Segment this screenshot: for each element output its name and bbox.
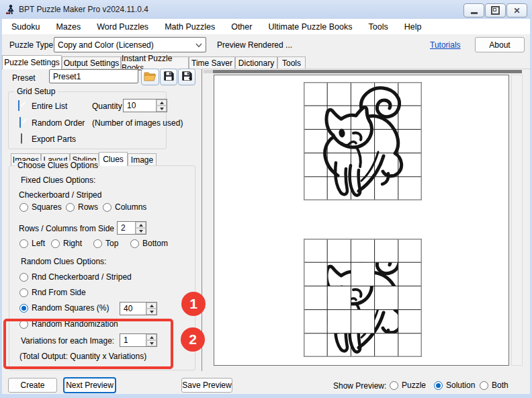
rows-label: Rows (78, 202, 98, 212)
menu-tools[interactable]: Tools (368, 22, 388, 32)
quantity-up-button[interactable] (157, 100, 167, 106)
open-preset-button[interactable] (141, 69, 159, 85)
rows-from-side-stepper[interactable]: 2 (117, 221, 146, 235)
save-preset-button[interactable] (160, 69, 177, 85)
random-order-checkbox[interactable] (19, 117, 21, 128)
menu-other[interactable]: Other (231, 22, 252, 32)
preview-scrollbar-left-cap[interactable] (204, 70, 213, 73)
random-squares-radio-circle[interactable] (19, 304, 28, 313)
radio-columns[interactable]: Columns (103, 202, 146, 212)
save-preview-button[interactable]: Save Preview (181, 378, 232, 393)
menu-math-puzzles[interactable]: Math Puzzles (165, 22, 215, 32)
menu-help[interactable]: Help (404, 22, 422, 32)
random-squares-down-button[interactable] (146, 309, 157, 315)
radio-top[interactable]: Top (93, 239, 118, 248)
show-preview-label: Show Preview: (333, 381, 386, 391)
radio-rnd-checkerboard[interactable]: Rnd Checkerboard / Striped (19, 272, 132, 282)
bottom-radio-circle[interactable] (130, 239, 139, 248)
preset-input[interactable] (49, 69, 138, 83)
preset-label: Preset (12, 73, 36, 83)
tab-dictionary[interactable]: Dictionary (235, 56, 277, 69)
next-preview-button[interactable]: Next Preview (63, 377, 116, 393)
right-radio-circle[interactable] (51, 239, 60, 248)
menu-ultimate-puzzle-books[interactable]: Ultimate Puzzle Books (268, 22, 352, 32)
annotation-step-2: 2 (181, 327, 205, 352)
radio-random-randomization[interactable]: Random Randomization (19, 319, 118, 329)
title-bar: BPT Puzzle Maker Pro v2024.11.0.4 ✕ (0, 0, 532, 19)
tab-time-saver[interactable]: Time Saver (189, 56, 235, 69)
show-puzzle-label: Puzzle (402, 381, 426, 390)
menu-word-puzzles[interactable]: Word Puzzles (97, 22, 148, 32)
quantity-value: 10 (124, 100, 156, 112)
show-both-label: Both (492, 381, 508, 390)
fixed-clues-header: Fixed Clues Options: (21, 175, 95, 185)
squares-radio-circle[interactable] (19, 203, 28, 212)
variations-stepper[interactable]: 1 (120, 333, 157, 347)
show-solution-radio-circle[interactable] (434, 381, 443, 390)
radio-rnd-from-side[interactable]: Rnd From Side (19, 288, 86, 297)
variations-down-button[interactable] (146, 340, 157, 346)
side-up-button[interactable] (136, 222, 146, 228)
minimize-button[interactable] (463, 3, 484, 17)
random-squares-stepper[interactable]: 40 (120, 302, 157, 315)
app-window: BPT Puzzle Maker Pro v2024.11.0.4 ✕ Sudo… (0, 0, 532, 398)
side-down-button[interactable] (136, 228, 146, 234)
bottom-label: Bottom (142, 239, 168, 248)
squares-label: Squares (32, 202, 62, 212)
show-puzzle-radio-circle[interactable] (390, 381, 398, 390)
about-button[interactable]: About (475, 37, 525, 52)
random-squares-up-button[interactable] (146, 303, 157, 309)
export-parts-checkbox[interactable] (21, 133, 22, 144)
radio-left[interactable]: Left (19, 239, 45, 248)
columns-radio-circle[interactable] (103, 203, 112, 212)
show-solution-label: Solution (446, 381, 475, 390)
menu-mazes[interactable]: Mazes (56, 22, 81, 32)
right-label: Right (63, 239, 82, 248)
quantity-stepper[interactable]: 10 (123, 99, 167, 112)
tab-tools[interactable]: Tools (277, 56, 306, 69)
variations-up-button[interactable] (146, 334, 157, 340)
rows-radio-circle[interactable] (66, 203, 75, 212)
folder-icon (144, 71, 157, 83)
preview-top-scrollbar[interactable] (213, 70, 522, 73)
left-radio-circle[interactable] (19, 239, 28, 248)
radio-show-solution[interactable]: Solution (434, 381, 475, 390)
restore-button[interactable] (485, 3, 506, 17)
menu-sudoku[interactable]: Sudoku (11, 22, 40, 32)
tab-puzzle-settings[interactable]: Puzzle Settings (2, 55, 62, 69)
radio-show-puzzle[interactable]: Puzzle (390, 381, 426, 390)
entire-list-checkbox[interactable] (18, 100, 19, 111)
random-order-label: Random Order (32, 118, 85, 128)
panel-splitter[interactable] (202, 69, 202, 371)
tab-output-settings[interactable]: Output Settings (62, 56, 121, 69)
radio-bottom[interactable]: Bottom (130, 239, 168, 248)
tutorials-link[interactable]: Tutorials (430, 40, 461, 50)
close-button[interactable]: ✕ (506, 3, 527, 17)
grid-setup-title: Grid Setup (14, 87, 58, 96)
preview-vertical-scrollbar[interactable] (511, 75, 523, 366)
grid-setup-group: Grid Setup Entire List Quantity 10 Rando… (8, 91, 167, 149)
rows-from-side-label: Rows / Columns from Side (19, 224, 114, 233)
top-radio-circle[interactable] (93, 239, 102, 248)
quantity-down-button[interactable] (157, 106, 167, 112)
show-both-radio-circle[interactable] (480, 381, 488, 390)
tab-instant-puzzle-books[interactable]: Instant Puzzle Books (121, 56, 189, 69)
save-plus-icon (181, 71, 192, 83)
radio-rows[interactable]: Rows (66, 202, 98, 212)
rnd-from-side-radio-circle[interactable] (19, 288, 28, 297)
subtab-clues[interactable]: Clues (99, 152, 128, 166)
subtab-image[interactable]: Image (128, 153, 157, 165)
preview-grid-puzzle (304, 239, 422, 357)
puzzle-type-label: Puzzle Type (9, 40, 53, 50)
create-button[interactable]: Create (8, 378, 57, 393)
radio-right[interactable]: Right (51, 239, 82, 248)
radio-squares[interactable]: Squares (19, 202, 62, 212)
radio-random-squares[interactable]: Random Squares (%) (19, 303, 109, 313)
export-parts-label: Export Parts (32, 134, 76, 144)
radio-show-both[interactable]: Both (480, 381, 508, 390)
rnd-checkerboard-radio-circle[interactable] (19, 273, 28, 282)
save-preset-as-button[interactable] (178, 69, 195, 85)
rows-from-side-value: 2 (118, 222, 135, 234)
random-randomization-radio-circle[interactable] (19, 320, 28, 329)
puzzle-type-select[interactable]: Copy and Color (Licensed) (54, 37, 206, 52)
